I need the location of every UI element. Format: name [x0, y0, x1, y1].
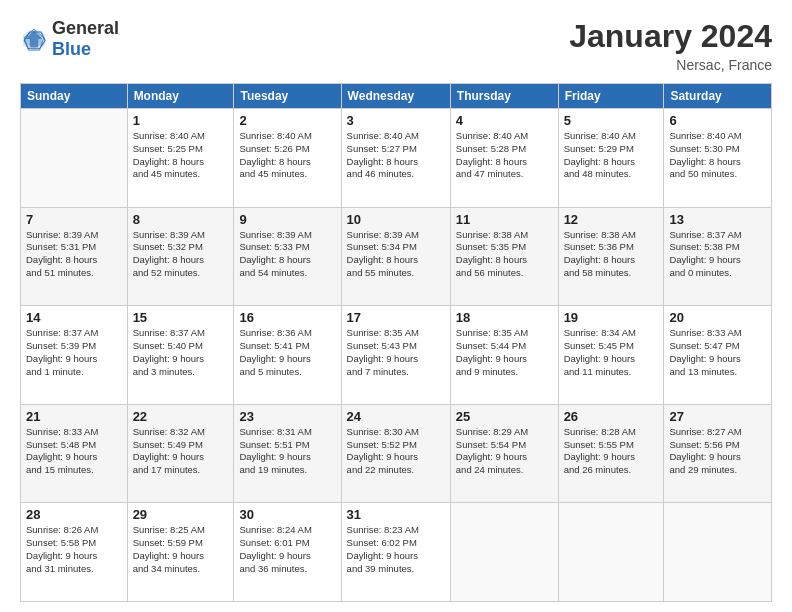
- logo-icon: [20, 25, 48, 53]
- cell-w1-d5: 4Sunrise: 8:40 AM Sunset: 5:28 PM Daylig…: [450, 109, 558, 208]
- day-number: 17: [347, 310, 445, 325]
- header-thursday: Thursday: [450, 84, 558, 109]
- day-number: 7: [26, 212, 122, 227]
- day-number: 18: [456, 310, 553, 325]
- day-number: 22: [133, 409, 229, 424]
- day-number: 16: [239, 310, 335, 325]
- day-number: 8: [133, 212, 229, 227]
- cell-w4-d6: 26Sunrise: 8:28 AM Sunset: 5:55 PM Dayli…: [558, 404, 664, 503]
- day-info: Sunrise: 8:38 AM Sunset: 5:35 PM Dayligh…: [456, 229, 553, 280]
- cell-w3-d2: 15Sunrise: 8:37 AM Sunset: 5:40 PM Dayli…: [127, 306, 234, 405]
- day-number: 29: [133, 507, 229, 522]
- header-tuesday: Tuesday: [234, 84, 341, 109]
- day-number: 5: [564, 113, 659, 128]
- day-info: Sunrise: 8:39 AM Sunset: 5:34 PM Dayligh…: [347, 229, 445, 280]
- day-number: 20: [669, 310, 766, 325]
- day-info: Sunrise: 8:30 AM Sunset: 5:52 PM Dayligh…: [347, 426, 445, 477]
- cell-w1-d2: 1Sunrise: 8:40 AM Sunset: 5:25 PM Daylig…: [127, 109, 234, 208]
- cell-w2-d7: 13Sunrise: 8:37 AM Sunset: 5:38 PM Dayli…: [664, 207, 772, 306]
- day-number: 11: [456, 212, 553, 227]
- cell-w5-d6: [558, 503, 664, 602]
- day-info: Sunrise: 8:37 AM Sunset: 5:38 PM Dayligh…: [669, 229, 766, 280]
- cell-w2-d5: 11Sunrise: 8:38 AM Sunset: 5:35 PM Dayli…: [450, 207, 558, 306]
- day-info: Sunrise: 8:40 AM Sunset: 5:28 PM Dayligh…: [456, 130, 553, 181]
- day-info: Sunrise: 8:23 AM Sunset: 6:02 PM Dayligh…: [347, 524, 445, 575]
- cell-w3-d1: 14Sunrise: 8:37 AM Sunset: 5:39 PM Dayli…: [21, 306, 128, 405]
- location: Nersac, France: [569, 57, 772, 73]
- day-number: 10: [347, 212, 445, 227]
- day-info: Sunrise: 8:29 AM Sunset: 5:54 PM Dayligh…: [456, 426, 553, 477]
- day-info: Sunrise: 8:32 AM Sunset: 5:49 PM Dayligh…: [133, 426, 229, 477]
- header-friday: Friday: [558, 84, 664, 109]
- cell-w2-d6: 12Sunrise: 8:38 AM Sunset: 5:36 PM Dayli…: [558, 207, 664, 306]
- header-wednesday: Wednesday: [341, 84, 450, 109]
- cell-w5-d1: 28Sunrise: 8:26 AM Sunset: 5:58 PM Dayli…: [21, 503, 128, 602]
- cell-w5-d7: [664, 503, 772, 602]
- day-number: 4: [456, 113, 553, 128]
- cell-w5-d2: 29Sunrise: 8:25 AM Sunset: 5:59 PM Dayli…: [127, 503, 234, 602]
- cell-w4-d1: 21Sunrise: 8:33 AM Sunset: 5:48 PM Dayli…: [21, 404, 128, 503]
- day-info: Sunrise: 8:37 AM Sunset: 5:40 PM Dayligh…: [133, 327, 229, 378]
- day-info: Sunrise: 8:27 AM Sunset: 5:56 PM Dayligh…: [669, 426, 766, 477]
- title-block: January 2024 Nersac, France: [569, 18, 772, 73]
- day-info: Sunrise: 8:40 AM Sunset: 5:30 PM Dayligh…: [669, 130, 766, 181]
- cell-w4-d5: 25Sunrise: 8:29 AM Sunset: 5:54 PM Dayli…: [450, 404, 558, 503]
- cell-w1-d3: 2Sunrise: 8:40 AM Sunset: 5:26 PM Daylig…: [234, 109, 341, 208]
- logo-general: General: [52, 18, 119, 38]
- week-row-1: 1Sunrise: 8:40 AM Sunset: 5:25 PM Daylig…: [21, 109, 772, 208]
- day-info: Sunrise: 8:31 AM Sunset: 5:51 PM Dayligh…: [239, 426, 335, 477]
- calendar-table: Sunday Monday Tuesday Wednesday Thursday…: [20, 83, 772, 602]
- day-info: Sunrise: 8:36 AM Sunset: 5:41 PM Dayligh…: [239, 327, 335, 378]
- day-number: 23: [239, 409, 335, 424]
- cell-w3-d3: 16Sunrise: 8:36 AM Sunset: 5:41 PM Dayli…: [234, 306, 341, 405]
- day-number: 9: [239, 212, 335, 227]
- day-number: 19: [564, 310, 659, 325]
- cell-w4-d4: 24Sunrise: 8:30 AM Sunset: 5:52 PM Dayli…: [341, 404, 450, 503]
- day-number: 3: [347, 113, 445, 128]
- cell-w4-d7: 27Sunrise: 8:27 AM Sunset: 5:56 PM Dayli…: [664, 404, 772, 503]
- logo: General Blue: [20, 18, 119, 60]
- day-info: Sunrise: 8:40 AM Sunset: 5:26 PM Dayligh…: [239, 130, 335, 181]
- day-info: Sunrise: 8:24 AM Sunset: 6:01 PM Dayligh…: [239, 524, 335, 575]
- day-number: 26: [564, 409, 659, 424]
- day-info: Sunrise: 8:35 AM Sunset: 5:43 PM Dayligh…: [347, 327, 445, 378]
- cell-w3-d5: 18Sunrise: 8:35 AM Sunset: 5:44 PM Dayli…: [450, 306, 558, 405]
- cell-w1-d6: 5Sunrise: 8:40 AM Sunset: 5:29 PM Daylig…: [558, 109, 664, 208]
- week-row-3: 14Sunrise: 8:37 AM Sunset: 5:39 PM Dayli…: [21, 306, 772, 405]
- day-info: Sunrise: 8:40 AM Sunset: 5:27 PM Dayligh…: [347, 130, 445, 181]
- day-number: 13: [669, 212, 766, 227]
- day-number: 6: [669, 113, 766, 128]
- day-number: 30: [239, 507, 335, 522]
- header-saturday: Saturday: [664, 84, 772, 109]
- day-info: Sunrise: 8:25 AM Sunset: 5:59 PM Dayligh…: [133, 524, 229, 575]
- cell-w5-d5: [450, 503, 558, 602]
- day-number: 1: [133, 113, 229, 128]
- week-row-4: 21Sunrise: 8:33 AM Sunset: 5:48 PM Dayli…: [21, 404, 772, 503]
- day-info: Sunrise: 8:38 AM Sunset: 5:36 PM Dayligh…: [564, 229, 659, 280]
- day-number: 31: [347, 507, 445, 522]
- header-monday: Monday: [127, 84, 234, 109]
- day-info: Sunrise: 8:35 AM Sunset: 5:44 PM Dayligh…: [456, 327, 553, 378]
- day-info: Sunrise: 8:33 AM Sunset: 5:47 PM Dayligh…: [669, 327, 766, 378]
- cell-w2-d1: 7Sunrise: 8:39 AM Sunset: 5:31 PM Daylig…: [21, 207, 128, 306]
- cell-w2-d4: 10Sunrise: 8:39 AM Sunset: 5:34 PM Dayli…: [341, 207, 450, 306]
- day-info: Sunrise: 8:28 AM Sunset: 5:55 PM Dayligh…: [564, 426, 659, 477]
- day-number: 21: [26, 409, 122, 424]
- weekday-header-row: Sunday Monday Tuesday Wednesday Thursday…: [21, 84, 772, 109]
- day-info: Sunrise: 8:40 AM Sunset: 5:25 PM Dayligh…: [133, 130, 229, 181]
- day-info: Sunrise: 8:26 AM Sunset: 5:58 PM Dayligh…: [26, 524, 122, 575]
- cell-w1-d1: [21, 109, 128, 208]
- cell-w3-d7: 20Sunrise: 8:33 AM Sunset: 5:47 PM Dayli…: [664, 306, 772, 405]
- day-number: 28: [26, 507, 122, 522]
- week-row-5: 28Sunrise: 8:26 AM Sunset: 5:58 PM Dayli…: [21, 503, 772, 602]
- cell-w5-d3: 30Sunrise: 8:24 AM Sunset: 6:01 PM Dayli…: [234, 503, 341, 602]
- logo-blue: Blue: [52, 39, 91, 59]
- day-number: 2: [239, 113, 335, 128]
- day-info: Sunrise: 8:39 AM Sunset: 5:31 PM Dayligh…: [26, 229, 122, 280]
- day-info: Sunrise: 8:39 AM Sunset: 5:33 PM Dayligh…: [239, 229, 335, 280]
- month-title: January 2024: [569, 18, 772, 55]
- logo-text: General Blue: [52, 18, 119, 60]
- day-number: 24: [347, 409, 445, 424]
- week-row-2: 7Sunrise: 8:39 AM Sunset: 5:31 PM Daylig…: [21, 207, 772, 306]
- day-number: 14: [26, 310, 122, 325]
